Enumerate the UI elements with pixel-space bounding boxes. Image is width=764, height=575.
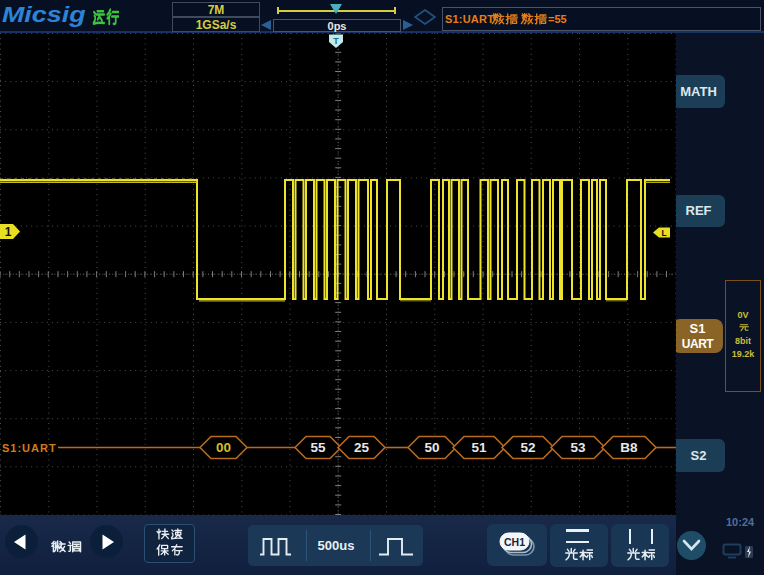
- svg-text:25: 25: [354, 440, 370, 455]
- svg-text:00: 00: [216, 440, 231, 455]
- svg-text:CH1: CH1: [504, 536, 525, 548]
- svg-text:L: L: [661, 228, 666, 238]
- svg-text:55: 55: [310, 440, 326, 455]
- svg-text:51: 51: [471, 440, 487, 455]
- svg-text:52: 52: [520, 440, 535, 455]
- svg-text:B8: B8: [620, 440, 638, 455]
- svg-text:1: 1: [5, 225, 12, 239]
- svg-text:53: 53: [570, 440, 586, 455]
- svg-text:T: T: [333, 36, 339, 46]
- svg-text:S1:UART: S1:UART: [2, 442, 57, 454]
- svg-text:50: 50: [424, 440, 439, 455]
